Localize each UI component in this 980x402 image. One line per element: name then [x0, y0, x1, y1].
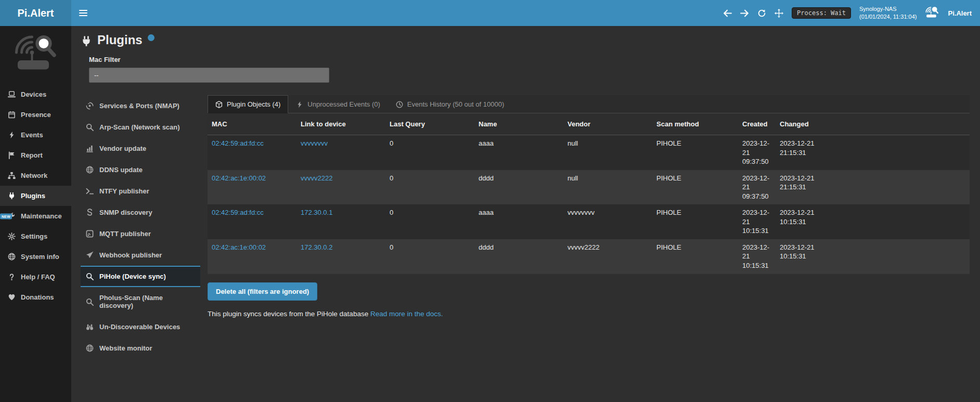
system-info-icon	[8, 253, 16, 261]
main-content: Plugins Mac Filter Services & Ports (NMA…	[71, 26, 980, 402]
presence-icon	[8, 111, 16, 119]
plugin-menu-item-undiscoverable-devices[interactable]: Un-Discoverable Devices	[81, 316, 200, 338]
mac-link[interactable]: 02:42:ac:1e:00:02	[212, 174, 266, 182]
plugin-menu-item-website-monitor[interactable]: Website monitor	[81, 338, 200, 359]
plugin-menu-label: NTFY publisher	[99, 187, 149, 195]
refresh-icon[interactable]	[757, 9, 766, 18]
sidebar-item-network[interactable]: Network	[0, 165, 71, 186]
host-info: Synology-NAS (01/01/2024, 11:31:04)	[859, 5, 917, 21]
docs-link[interactable]: Read more in the docs.	[370, 310, 443, 318]
plugin-menu-item-arp-scan[interactable]: Arp-Scan (Network scan)	[81, 116, 200, 138]
vendor-cell: null	[563, 135, 652, 170]
plug-icon	[81, 35, 92, 47]
last-query-cell: 0	[385, 204, 474, 239]
created-cell: 2023-12-21 10:15:31	[738, 239, 776, 274]
sidebar-item-label: Network	[21, 172, 47, 179]
last-query-cell: 0	[385, 170, 474, 205]
plugin-objects-table: MAC Link to device Last Query Name Vendo…	[208, 113, 970, 274]
column-header-scan-method: Scan method	[652, 113, 738, 135]
sidebar-item-system-info[interactable]: System info	[0, 247, 71, 267]
plugin-menu-label: Webhook publisher	[99, 251, 162, 259]
device-link[interactable]: 172.30.0.2	[301, 243, 332, 251]
sidebar-item-label: Settings	[21, 232, 47, 240]
plugin-menu-item-services-ports[interactable]: Services & Ports (NMAP)	[81, 95, 200, 116]
mac-link[interactable]: 02:42:59:ad:fd:cc	[212, 139, 264, 147]
sidebar-item-maintenance[interactable]: NEW Maintenance	[0, 206, 71, 226]
mac-filter-input[interactable]	[89, 68, 329, 83]
plugin-menu-item-pihole[interactable]: PiHole (Device sync)	[81, 266, 200, 287]
tabs: Plugin Objects (4) Unprocessed Events (0…	[208, 95, 970, 113]
plugin-menu: Services & Ports (NMAP) Arp-Scan (Networ…	[81, 95, 200, 359]
app-logo[interactable]: Pi.Alert	[0, 0, 71, 26]
name-cell: dddd	[474, 170, 563, 205]
sidebar-item-report[interactable]: Report	[0, 145, 71, 165]
plugin-menu-item-vendor-update[interactable]: Vendor update	[81, 138, 200, 159]
sidebar-toggle-button[interactable]	[71, 0, 95, 26]
sidebar-item-plugins[interactable]: Plugins	[0, 186, 71, 206]
sidebar-item-help-faq[interactable]: Help / FAQ	[0, 267, 71, 287]
vendor-cell: vvvvv2222	[563, 239, 652, 274]
last-query-cell: 0	[385, 135, 474, 170]
sidebar-logo	[0, 26, 71, 84]
webhook-publisher-icon	[86, 251, 94, 259]
plugin-menu-item-mqtt-publisher[interactable]: MQTT publisher	[81, 223, 200, 244]
device-link[interactable]: 172.30.0.1	[301, 209, 332, 216]
pihole-icon	[86, 273, 94, 280]
sidebar-item-label: Plugins	[21, 192, 45, 200]
plugin-menu-item-ddns-update[interactable]: DDNS update	[81, 159, 200, 180]
mac-link[interactable]: 02:42:59:ad:fd:cc	[212, 209, 264, 216]
host-time: (01/01/2024, 11:31:04)	[859, 13, 917, 21]
device-link[interactable]: vvvvv2222	[301, 174, 332, 182]
title-help-badge[interactable]	[148, 34, 154, 41]
sidebar-item-presence[interactable]: Presence	[0, 105, 71, 125]
sidebar-item-donations[interactable]: Donations	[0, 287, 71, 307]
name-cell: aaaa	[474, 204, 563, 239]
plugin-menu-label: Un-Discoverable Devices	[99, 323, 180, 331]
tab-label: Unprocessed Events (0)	[307, 100, 380, 108]
created-cell: 2023-12-21 09:37:50	[738, 170, 776, 205]
settings-icon	[8, 232, 16, 240]
column-header-vendor: Vendor	[563, 113, 652, 135]
plugin-menu-label: PiHole (Device sync)	[99, 273, 166, 280]
plugin-menu-item-ntfy-publisher[interactable]: NTFY publisher	[81, 180, 200, 202]
mac-link[interactable]: 02:42:ac:1e:00:02	[212, 243, 266, 251]
cube-icon	[215, 101, 223, 108]
delete-all-button[interactable]: Delete all (filters are ignored)	[208, 282, 317, 301]
process-status-badge: Process: Wait	[792, 7, 851, 19]
plugin-menu-item-snmp-discovery[interactable]: SNMP discovery	[81, 202, 200, 223]
table-row: 02:42:59:ad:fd:cc vvvvvvvv 0 aaaa null P…	[208, 135, 970, 170]
mac-filter-label: Mac Filter	[89, 56, 970, 63]
table-row: 02:42:ac:1e:00:02 vvvvv2222 0 dddd null …	[208, 170, 970, 205]
topbar-right: Process: Wait Synology-NAS (01/01/2024, …	[723, 0, 980, 26]
column-header-name: Name	[474, 113, 563, 135]
pialert-logo-icon	[925, 6, 939, 20]
tab-unprocessed-events[interactable]: Unprocessed Events (0)	[288, 95, 388, 113]
donations-icon	[8, 293, 16, 301]
forward-icon[interactable]	[740, 9, 749, 18]
plugin-menu-item-webhook-publisher[interactable]: Webhook publisher	[81, 244, 200, 266]
device-link[interactable]: vvvvvvvv	[301, 139, 328, 147]
tab-plugin-objects[interactable]: Plugin Objects (4)	[208, 95, 288, 113]
plugin-menu-label: MQTT publisher	[99, 230, 151, 238]
undiscoverable-devices-icon	[86, 323, 94, 331]
help-icon	[8, 273, 16, 281]
tab-label: Events History (50 out of 10000)	[407, 100, 504, 108]
column-header-mac: MAC	[208, 113, 296, 135]
scan-method-cell: PIHOLE	[652, 135, 738, 170]
sidebar-item-events[interactable]: Events	[0, 125, 71, 145]
sidebar-item-devices[interactable]: Devices	[0, 84, 71, 105]
created-cell: 2023-12-21 09:37:50	[738, 135, 776, 170]
name-cell: aaaa	[474, 135, 563, 170]
clock-icon	[396, 101, 403, 108]
sidebar-item-label: System info	[21, 253, 59, 261]
sidebar-item-label: Report	[21, 151, 43, 159]
arp-scan-icon	[86, 123, 94, 131]
changed-cell: 2023-12-21 10:15:31	[776, 239, 970, 274]
tab-events-history[interactable]: Events History (50 out of 10000)	[388, 95, 512, 113]
created-cell: 2023-12-21 10:15:31	[738, 204, 776, 239]
plugin-menu-item-pholus-scan[interactable]: Pholus-Scan (Name discovery)	[81, 287, 200, 316]
back-icon[interactable]	[723, 9, 732, 18]
sidebar-item-settings[interactable]: Settings	[0, 226, 71, 247]
move-icon[interactable]	[775, 9, 783, 18]
last-query-cell: 0	[385, 239, 474, 274]
